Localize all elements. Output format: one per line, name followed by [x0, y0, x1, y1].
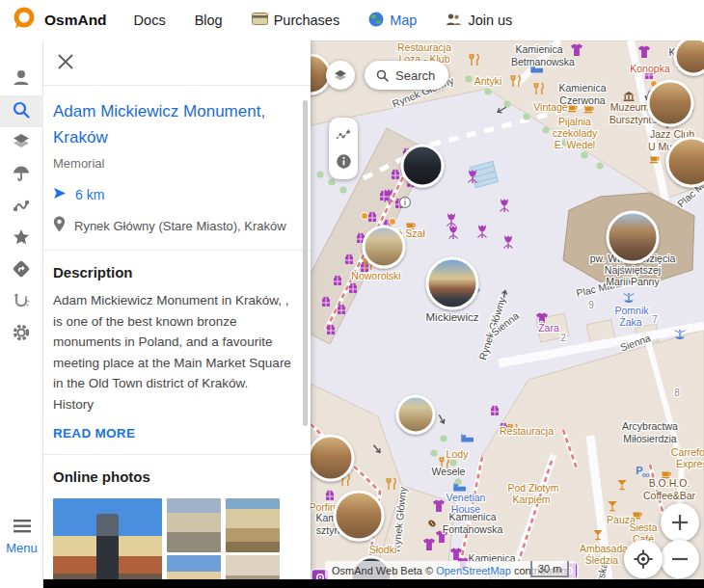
- photo-thumbnail[interactable]: [167, 498, 221, 552]
- gear-icon: [10, 321, 33, 348]
- map-canvas[interactable]: PP♪i Rynek GłównyRynek GłównyRynek Główn…: [311, 40, 704, 588]
- sidebar-item-tracks[interactable]: [0, 191, 43, 223]
- map-label: Mickiewicz: [426, 311, 479, 323]
- photo-marker[interactable]: [335, 492, 383, 540]
- bottom-edge: [43, 579, 704, 588]
- poi-title: Adam Mickiewicz Monument, Kraków: [53, 98, 297, 150]
- map-label: Restauracja: [397, 41, 451, 53]
- tree-icon: [328, 178, 335, 185]
- osmand-brand[interactable]: OsmAnd: [13, 7, 107, 34]
- sidebar-item-settings[interactable]: [0, 318, 43, 350]
- zoom-out-button[interactable]: [661, 540, 699, 578]
- map-label: Express: [676, 458, 704, 469]
- svg-text:P: P: [636, 465, 642, 476]
- sidebar-item-weather[interactable]: [0, 159, 43, 191]
- panel-scrollbar[interactable]: [303, 100, 308, 426]
- nav-docs[interactable]: Docs: [134, 13, 166, 28]
- tree-icon: [339, 186, 346, 193]
- tree-icon: [465, 75, 472, 82]
- sidebar-item-account[interactable]: [0, 64, 43, 95]
- photo-marker[interactable]: [648, 81, 692, 125]
- map-label: Najświętszej: [605, 264, 661, 276]
- nav-purchases[interactable]: Purchases: [252, 13, 340, 28]
- map-label: Vintage: [533, 101, 568, 113]
- map-label: Antyki: [474, 75, 502, 87]
- tree-icon: [440, 435, 447, 441]
- nav-links: Docs Blog Purchases Map Join us: [134, 12, 513, 30]
- sidebar-item-plan-route[interactable]: [0, 286, 43, 318]
- tree-icon: [581, 151, 587, 158]
- app-window: OsmAnd Docs Blog Purchases Map Join us: [0, 0, 704, 588]
- map-label: 7: [652, 314, 658, 325]
- map-search-label: Search: [395, 68, 435, 83]
- map-label: Karpiem: [512, 494, 550, 505]
- photo-marker[interactable]: [608, 212, 658, 262]
- info-tool-icon[interactable]: [336, 153, 352, 170]
- map-label: Muzeum: [610, 101, 650, 113]
- nav-map[interactable]: Map: [368, 12, 417, 30]
- photo-marker[interactable]: [402, 146, 443, 186]
- map-label: Żaka: [619, 316, 642, 328]
- mickiewicz-photo-marker[interactable]: [427, 258, 477, 308]
- menu-label: Menu: [6, 541, 38, 555]
- map-label: Pijalnia: [558, 116, 591, 127]
- tree-icon: [430, 449, 437, 456]
- sidebar-item-search[interactable]: [0, 95, 43, 127]
- brand-name: OsmAnd: [44, 12, 107, 29]
- dot-icon: [361, 212, 367, 219]
- layers-icon: [10, 130, 33, 157]
- description-text: Adam Mickiewicz Monument in Kraków, , is…: [53, 290, 299, 414]
- map-scale: 30 m: [530, 561, 569, 577]
- map-layers-button[interactable]: [326, 61, 355, 90]
- sidebar-item-navigation[interactable]: [0, 254, 43, 286]
- map-label: czekolady: [553, 127, 598, 139]
- search-result-panel: Adam Mickiewicz Monument, Kraków Memoria…: [43, 40, 311, 588]
- map-label: House: [451, 503, 481, 515]
- purchases-card-icon: [252, 13, 268, 28]
- tree-icon: [503, 100, 510, 107]
- sidebar-menu-button[interactable]: Menu: [0, 520, 43, 555]
- directions-icon: [10, 257, 33, 284]
- tree-icon: [484, 88, 491, 94]
- divider: [43, 85, 311, 86]
- map-label: B.O.H.O.: [649, 477, 690, 489]
- photo-marker[interactable]: [364, 227, 404, 267]
- map-label: Kamienica: [558, 82, 606, 94]
- map-container[interactable]: PP♪i Rynek GłównyRynek GłównyRynek Główn…: [311, 40, 704, 588]
- search-icon: [375, 68, 390, 83]
- photo-marker[interactable]: [311, 436, 353, 480]
- close-icon[interactable]: [56, 52, 75, 75]
- search-icon: [11, 99, 32, 124]
- photo-marker[interactable]: [397, 396, 434, 433]
- top-navbar: OsmAnd Docs Blog Purchases Map Join us: [0, 0, 704, 40]
- divider: [43, 250, 311, 251]
- map-search-button[interactable]: Search: [365, 61, 448, 90]
- zoom-in-button[interactable]: [661, 503, 699, 542]
- map-tool-stack: [329, 118, 358, 179]
- photo-marker[interactable]: [675, 40, 704, 74]
- sidebar-item-favorites[interactable]: [0, 223, 43, 254]
- map-label: Venetian: [447, 492, 486, 503]
- photo-grid: [53, 498, 301, 588]
- map-label: Ambasada: [580, 543, 628, 554]
- osmand-logo-icon: [13, 7, 36, 34]
- hamburger-icon: [13, 520, 32, 537]
- sidebar-item-layers[interactable]: [0, 127, 43, 159]
- photo-marker[interactable]: [667, 138, 704, 186]
- nav-blog[interactable]: Blog: [195, 13, 223, 28]
- map-label: 8: [674, 388, 680, 398]
- join-us-people-icon: [446, 13, 462, 29]
- map-label: Marii Panny: [606, 276, 660, 287]
- locate-me-button[interactable]: [624, 540, 663, 578]
- openstreetmap-link[interactable]: OpenStreetMap: [436, 565, 511, 576]
- photo-thumbnail[interactable]: [226, 498, 280, 552]
- map-label: Wesele: [432, 466, 466, 477]
- nav-join-us[interactable]: Join us: [446, 13, 512, 29]
- plan-route-icon: [10, 289, 33, 316]
- map-label: Noworolski: [351, 270, 400, 281]
- read-more-link[interactable]: READ MORE: [53, 426, 135, 441]
- online-photos-heading: Online photos: [53, 468, 301, 485]
- photo-thumbnail[interactable]: [53, 498, 162, 588]
- track-tool-icon[interactable]: [335, 127, 352, 143]
- location-pin-icon: [53, 216, 66, 236]
